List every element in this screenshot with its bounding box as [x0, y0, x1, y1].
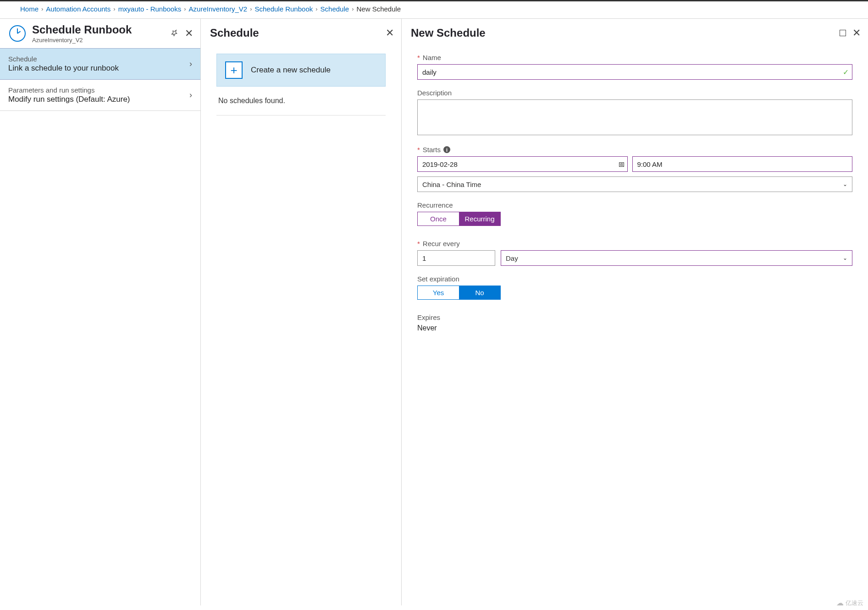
panel-schedule-runbook: Schedule Runbook AzureInventory_V2 ✕ Sch…: [0, 19, 201, 605]
breadcrumb-link[interactable]: mxyauto - Runbooks: [118, 5, 182, 13]
expiration-no[interactable]: No: [459, 286, 500, 299]
recur-every-label: Recur every: [423, 240, 460, 247]
cloud-icon: ☁: [836, 599, 844, 605]
check-icon: ✓: [843, 68, 849, 77]
calendar-icon[interactable]: 📅︎: [618, 160, 625, 168]
panel-title: Schedule: [210, 27, 386, 39]
timezone-value: China - China Time: [422, 181, 481, 188]
chevron-right-icon: ›: [41, 5, 43, 12]
row-title: Schedule: [8, 55, 119, 63]
pin-icon[interactable]: [170, 29, 178, 38]
row-title: Parameters and run settings: [8, 86, 130, 94]
breadcrumb-current: New Schedule: [356, 5, 401, 13]
recurrence-label: Recurrence: [417, 201, 453, 209]
create-schedule-label: Create a new schedule: [251, 66, 331, 75]
recurrence-once[interactable]: Once: [418, 212, 459, 225]
name-input[interactable]: [417, 64, 852, 80]
chevron-right-icon: ›: [189, 90, 192, 100]
starts-label: Starts: [423, 146, 441, 154]
expiration-label: Set expiration: [417, 275, 459, 283]
chevron-right-icon: ›: [113, 5, 115, 12]
panel-title: New Schedule: [411, 27, 840, 39]
description-input[interactable]: [417, 99, 852, 135]
watermark: ☁ 亿速云: [836, 599, 863, 605]
info-icon[interactable]: i: [443, 146, 450, 153]
row-parameters[interactable]: Parameters and run settings Modify run s…: [0, 80, 200, 111]
start-time-input[interactable]: [632, 156, 853, 172]
start-date-input[interactable]: [417, 156, 628, 172]
name-label: Name: [423, 54, 441, 61]
panel-schedule: Schedule ✕ + Create a new schedule No sc…: [201, 19, 402, 605]
row-schedule[interactable]: Schedule Link a schedule to your runbook…: [0, 48, 200, 80]
close-icon[interactable]: ✕: [185, 27, 193, 39]
expires-value: Never: [417, 324, 852, 332]
close-icon[interactable]: ✕: [852, 27, 861, 39]
no-schedules-text: No schedules found.: [216, 87, 386, 115]
expires-label: Expires: [417, 313, 440, 321]
breadcrumb-link[interactable]: Schedule Runbook: [254, 5, 313, 13]
chevron-right-icon: ›: [184, 5, 186, 12]
recur-unit-select[interactable]: Day ⌄: [501, 250, 852, 266]
clock-icon: [9, 25, 26, 42]
expiration-toggle: Yes No: [417, 286, 501, 300]
panel-new-schedule: New Schedule ✕ *Name ✓ Description *Star…: [402, 19, 868, 605]
breadcrumb-link[interactable]: Home: [20, 5, 39, 13]
breadcrumb-link[interactable]: Schedule: [321, 5, 349, 13]
timezone-select[interactable]: China - China Time ⌄: [417, 176, 852, 192]
row-desc: Link a schedule to your runbook: [8, 64, 119, 73]
plus-icon: +: [225, 61, 243, 79]
recurrence-recurring[interactable]: Recurring: [459, 212, 500, 225]
recur-unit-value: Day: [506, 254, 518, 262]
maximize-icon[interactable]: [840, 30, 846, 36]
description-label: Description: [417, 89, 452, 97]
breadcrumb-link[interactable]: AzureInventory_V2: [189, 5, 248, 13]
chevron-down-icon: ⌄: [843, 255, 847, 261]
expiration-yes[interactable]: Yes: [418, 286, 459, 299]
row-desc: Modify run settings (Default: Azure): [8, 95, 130, 104]
breadcrumb: Home› Automation Accounts› mxyauto - Run…: [0, 1, 868, 18]
panel-title: Schedule Runbook: [32, 23, 170, 36]
chevron-right-icon: ›: [315, 5, 317, 12]
chevron-right-icon: ›: [352, 5, 354, 12]
recur-value-input[interactable]: [417, 250, 495, 266]
panel-subtitle: AzureInventory_V2: [32, 37, 170, 44]
close-icon[interactable]: ✕: [386, 27, 394, 39]
breadcrumb-link[interactable]: Automation Accounts: [46, 5, 111, 13]
recurrence-toggle: Once Recurring: [417, 212, 501, 226]
create-schedule-tile[interactable]: + Create a new schedule: [216, 54, 386, 87]
chevron-down-icon: ⌄: [843, 181, 847, 187]
chevron-right-icon: ›: [189, 59, 192, 69]
chevron-right-icon: ›: [250, 5, 252, 12]
